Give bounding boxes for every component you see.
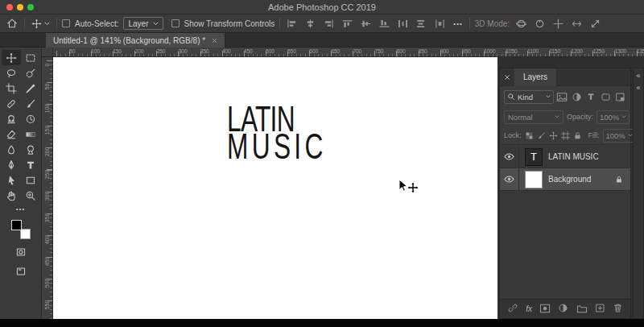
adjustment-icon	[572, 92, 582, 102]
blur-tool[interactable]	[2, 142, 21, 157]
eraser-icon	[6, 129, 17, 140]
spot-healing-brush-tool[interactable]	[2, 96, 21, 111]
filter-smart-objects-button[interactable]	[613, 90, 626, 104]
3d-scale-button[interactable]	[588, 16, 602, 31]
3d-pan-button[interactable]	[551, 16, 565, 31]
lock-all-button[interactable]	[573, 130, 582, 141]
layer-row-background[interactable]: Background	[500, 168, 630, 191]
quick-mask-button[interactable]	[15, 246, 27, 261]
hruler-label: 50	[69, 48, 75, 54]
move-tool[interactable]	[2, 50, 21, 65]
brush-tool[interactable]	[21, 96, 40, 111]
clone-stamp-icon	[6, 114, 17, 125]
foreground-color-swatch[interactable]	[11, 220, 22, 230]
crop-tool[interactable]	[2, 81, 21, 96]
3d-roll-button[interactable]	[533, 16, 547, 31]
type-filter-icon	[586, 92, 596, 101]
opacity-dropdown[interactable]: 100%	[597, 110, 630, 124]
rectangle-shape-tool[interactable]	[21, 172, 40, 188]
eye-icon	[504, 153, 514, 160]
layer-thumbnail-image[interactable]	[525, 171, 543, 188]
layer-style-button[interactable]: fx	[526, 304, 532, 313]
new-adjustment-layer-button[interactable]	[558, 302, 568, 317]
3d-slide-button[interactable]	[570, 16, 584, 31]
show-transform-label: Show Transform Controls	[184, 19, 275, 28]
vruler-label: 250	[44, 166, 50, 182]
hruler-label: 600	[309, 48, 318, 54]
align-bottom-edges-button[interactable]	[378, 16, 391, 31]
auto-select-target-dropdown[interactable]: Layer	[123, 17, 163, 30]
auto-select-checkbox[interactable]	[62, 19, 70, 27]
layer-row-latin-music[interactable]: T LATIN MUSIC	[500, 146, 630, 168]
fill-dropdown[interactable]: 100%	[603, 129, 636, 143]
align-top-edges-button[interactable]	[341, 16, 354, 31]
lock-transparency-button[interactable]	[525, 130, 534, 141]
show-transform-checkbox[interactable]	[171, 19, 180, 27]
eyedropper-tool[interactable]	[21, 81, 40, 96]
3d-orbit-button[interactable]	[514, 16, 528, 31]
horizontal-ruler[interactable]: 5010015020025030035040045050055060065070…	[42, 48, 644, 57]
collapse-panels-button[interactable]: «	[634, 70, 643, 82]
more-options-button[interactable]: •••	[452, 16, 464, 31]
close-panel-button[interactable]	[504, 74, 510, 81]
new-layer-button[interactable]	[595, 302, 605, 317]
hand-tool[interactable]	[2, 188, 21, 203]
healing-brush-icon	[6, 98, 17, 110]
distribute-vertical-button[interactable]	[415, 16, 428, 31]
layer-visibility-toggle[interactable]	[500, 146, 519, 168]
layer-name[interactable]: LATIN MUSIC	[548, 152, 630, 161]
eraser-tool[interactable]	[2, 126, 21, 142]
filter-shape-layers-button[interactable]	[599, 90, 612, 104]
ruler-origin-corner[interactable]	[42, 48, 53, 57]
separator	[469, 18, 470, 29]
layers-panel-tab[interactable]: Layers	[514, 68, 557, 86]
quick-selection-tool[interactable]	[21, 65, 40, 81]
delete-layer-button[interactable]	[613, 302, 623, 317]
pen-tool[interactable]	[2, 157, 21, 172]
path-selection-tool[interactable]	[2, 172, 21, 188]
brush-lock-icon	[537, 131, 546, 140]
document-canvas[interactable]: LATIN MUSIC	[53, 57, 497, 319]
rectangular-marquee-tool[interactable]	[21, 50, 40, 65]
blend-mode-dropdown[interactable]: Normal	[504, 110, 564, 124]
collapse-panels-button-2[interactable]: «	[634, 82, 643, 94]
document-tab[interactable]: Untitled-1 @ 141% (Background, RGB/8) *	[46, 33, 225, 48]
zoom-tool[interactable]	[21, 188, 40, 203]
vertical-ruler[interactable]: 050100150200250300350400450500550600	[42, 57, 53, 319]
lasso-tool[interactable]	[2, 65, 21, 81]
chevron-down-icon	[555, 115, 559, 118]
lock-position-button[interactable]	[549, 130, 558, 141]
filter-pixel-layers-button[interactable]	[555, 90, 568, 104]
screen-mode-button[interactable]	[15, 266, 27, 280]
distribute-spacing-button[interactable]	[433, 16, 447, 31]
filter-adjustment-layers-button[interactable]	[570, 90, 583, 104]
distribute-horizontal-button[interactable]	[396, 16, 410, 31]
history-brush-tool[interactable]	[21, 111, 40, 126]
lock-pixels-button[interactable]	[537, 130, 546, 141]
filter-kind-dropdown[interactable]: Kind	[504, 90, 554, 104]
layer-name[interactable]: Background	[548, 175, 615, 184]
close-tab-icon[interactable]	[212, 38, 217, 43]
gradient-tool[interactable]	[21, 126, 40, 142]
new-group-button[interactable]	[576, 302, 588, 317]
vruler-label: 550	[44, 297, 50, 313]
align-vertical-centers-button[interactable]	[359, 16, 373, 31]
lock-artboard-button[interactable]	[561, 130, 570, 141]
layer-visibility-toggle[interactable]	[500, 168, 519, 190]
link-layers-button[interactable]	[507, 302, 518, 317]
align-right-edges-button[interactable]	[322, 16, 336, 31]
bottom-strip	[0, 319, 644, 327]
home-button[interactable]	[5, 16, 19, 31]
edit-toolbar-button[interactable]: •••	[0, 205, 41, 213]
layer-thumbnail-text[interactable]: T	[525, 148, 543, 166]
align-left-edges-button[interactable]	[285, 16, 299, 31]
add-layer-mask-button[interactable]	[539, 302, 551, 317]
filter-type-layers-button[interactable]	[584, 90, 597, 104]
current-tool-button[interactable]	[30, 16, 52, 31]
hruler-label: 900	[440, 48, 449, 54]
align-horizontal-centers-button[interactable]	[303, 16, 317, 31]
clone-stamp-tool[interactable]	[2, 111, 21, 126]
checkerboard-icon	[525, 131, 534, 140]
dodge-tool[interactable]	[21, 142, 40, 157]
type-tool[interactable]	[21, 157, 40, 172]
